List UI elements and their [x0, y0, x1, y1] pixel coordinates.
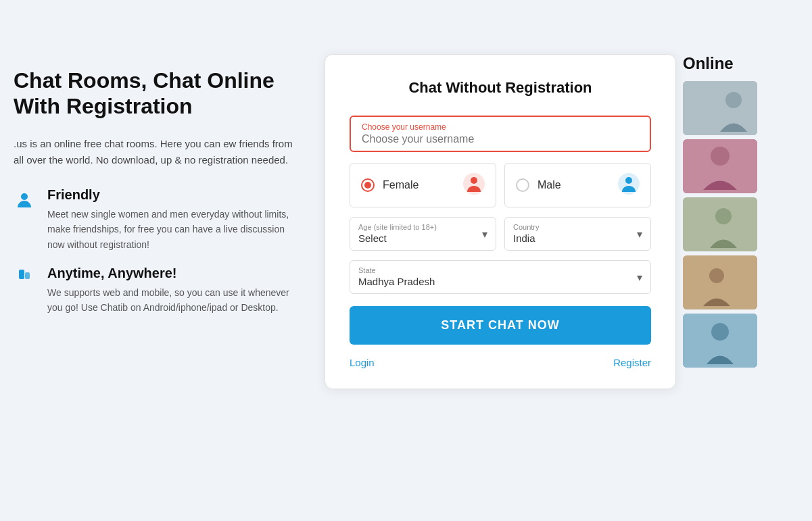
male-radio[interactable]: [516, 178, 529, 192]
feature-friendly-desc: Meet new single women and men everyday w…: [47, 207, 297, 252]
svg-rect-7: [683, 81, 757, 135]
svg-point-6: [625, 177, 632, 184]
auth-links: Login Register: [350, 357, 651, 368]
start-chat-button[interactable]: START CHAT NOW: [350, 306, 651, 345]
feature-anytime: Anytime, Anywhere! We supports web and m…: [14, 266, 297, 316]
online-photo-1: [683, 81, 757, 135]
online-title: Online: [683, 54, 805, 73]
female-radio[interactable]: [361, 178, 375, 192]
male-avatar-icon: [618, 173, 640, 197]
country-select-group: Country India USAUKCanada AustraliaGerma…: [504, 217, 651, 251]
svg-rect-1: [19, 270, 24, 279]
online-photo-grid: [683, 81, 805, 368]
registration-card: Chat Without Registration Choose your us…: [325, 54, 676, 389]
login-link[interactable]: Login: [350, 357, 375, 368]
online-photo-4: [683, 255, 757, 309]
feature-anytime-text: Anytime, Anywhere! We supports web and m…: [47, 266, 297, 316]
register-link[interactable]: Register: [613, 357, 651, 368]
age-label: Age (site limited to 18+): [358, 223, 487, 231]
feature-friendly-text: Friendly Meet new single women and men e…: [47, 187, 297, 252]
country-select[interactable]: India USAUKCanada AustraliaGermany: [513, 232, 642, 244]
age-country-row: Age (site limited to 18+) Select 181920 …: [350, 217, 651, 251]
username-input[interactable]: [362, 126, 639, 145]
right-column: Online: [676, 54, 811, 368]
country-label: Country: [513, 223, 642, 231]
age-select-group: Age (site limited to 18+) Select 181920 …: [350, 217, 496, 251]
svg-point-16: [711, 323, 729, 341]
svg-point-8: [725, 92, 742, 108]
state-select-group: State Madhya Pradesh MaharashtraDelhi Ka…: [350, 260, 651, 294]
left-column: Chat Rooms, Chat Online With Registratio…: [0, 54, 325, 343]
svg-point-12: [715, 208, 732, 224]
svg-point-14: [709, 268, 724, 283]
username-input-wrap: Choose your username: [350, 116, 651, 152]
svg-point-0: [21, 193, 28, 200]
female-label: Female: [383, 179, 419, 191]
state-select[interactable]: Madhya Pradesh MaharashtraDelhi Karnatak…: [358, 276, 642, 287]
gender-male-option[interactable]: Male: [504, 163, 651, 207]
feature-anytime-title: Anytime, Anywhere!: [47, 266, 297, 281]
feature-friendly: Friendly Meet new single women and men e…: [14, 187, 297, 252]
male-label: Male: [538, 179, 561, 191]
mobile-icon: [14, 268, 38, 293]
online-photo-5: [683, 314, 757, 368]
age-select[interactable]: Select 181920 253035 404550: [358, 232, 487, 244]
card-title: Chat Without Registration: [350, 79, 651, 97]
page-subtext: .us is an online free chat rooms. Here y…: [14, 136, 297, 168]
gender-row: Female Male: [350, 163, 651, 207]
feature-anytime-desc: We supports web and mobile, so you can u…: [47, 285, 297, 316]
online-photo-2: [683, 139, 757, 193]
friendly-icon: [14, 190, 38, 214]
gender-female-option[interactable]: Female: [350, 163, 496, 207]
feature-friendly-title: Friendly: [47, 187, 297, 203]
online-photo-3: [683, 197, 757, 251]
svg-rect-2: [25, 272, 30, 279]
svg-point-4: [471, 177, 477, 184]
svg-point-10: [711, 147, 730, 166]
page-headline: Chat Rooms, Chat Online With Registratio…: [14, 68, 297, 120]
female-avatar-icon: [463, 173, 485, 197]
state-label: State: [358, 266, 642, 274]
